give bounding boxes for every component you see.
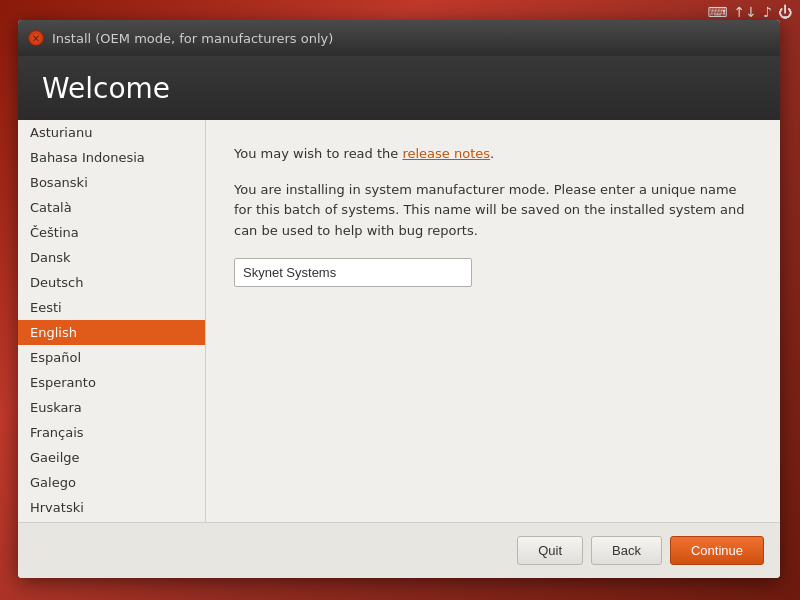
release-notes-link[interactable]: release notes (402, 146, 490, 161)
volume-icon[interactable]: ♪ (763, 4, 772, 20)
close-button[interactable]: ✕ (28, 30, 44, 46)
keyboard-icon[interactable]: ⌨ (707, 4, 727, 20)
lang-item-esperanto[interactable]: Esperanto (18, 370, 205, 395)
lang-item-bahasa-indonesia[interactable]: Bahasa Indonesia (18, 145, 205, 170)
lang-item-espanol[interactable]: Español (18, 345, 205, 370)
network-icon[interactable]: ↑↓ (734, 4, 757, 20)
quit-button[interactable]: Quit (517, 536, 583, 565)
welcome-title: Welcome (42, 72, 170, 105)
lang-item-deutsch[interactable]: Deutsch (18, 270, 205, 295)
title-bar: ✕ Install (OEM mode, for manufacturers o… (18, 20, 780, 56)
lang-item-islenska[interactable]: Íslenska (18, 520, 205, 522)
window-title: Install (OEM mode, for manufacturers onl… (52, 31, 333, 46)
main-content: AsturianuBahasa IndonesiaBosanskiCatalàČ… (18, 120, 780, 522)
lang-item-gaeilge[interactable]: Gaeilge (18, 445, 205, 470)
lang-item-eesti[interactable]: Eesti (18, 295, 205, 320)
batch-name-input[interactable] (234, 258, 472, 287)
welcome-header: Welcome (18, 56, 780, 120)
lang-item-euskara[interactable]: Euskara (18, 395, 205, 420)
button-bar: Quit Back Continue (18, 522, 780, 578)
lang-item-catala[interactable]: Català (18, 195, 205, 220)
lang-item-dansk[interactable]: Dansk (18, 245, 205, 270)
install-window: ✕ Install (OEM mode, for manufacturers o… (18, 20, 780, 578)
lang-item-galego[interactable]: Galego (18, 470, 205, 495)
language-list[interactable]: AsturianuBahasa IndonesiaBosanskiCatalàČ… (18, 120, 206, 522)
release-notes-suffix: . (490, 146, 494, 161)
lang-item-asturianu[interactable]: Asturianu (18, 120, 205, 145)
lang-item-english[interactable]: English (18, 320, 205, 345)
power-icon[interactable]: ⏻ (778, 4, 792, 20)
lang-item-hrvatski[interactable]: Hrvatski (18, 495, 205, 520)
lang-item-bosanski[interactable]: Bosanski (18, 170, 205, 195)
release-notes-text: You may wish to read the release notes. (234, 144, 752, 164)
continue-button[interactable]: Continue (670, 536, 764, 565)
release-notes-prefix: You may wish to read the (234, 146, 402, 161)
lang-item-francais[interactable]: Français (18, 420, 205, 445)
lang-item-cestina[interactable]: Čeština (18, 220, 205, 245)
back-button[interactable]: Back (591, 536, 662, 565)
oem-description: You are installing in system manufacture… (234, 180, 752, 242)
right-panel: You may wish to read the release notes. … (206, 120, 780, 522)
